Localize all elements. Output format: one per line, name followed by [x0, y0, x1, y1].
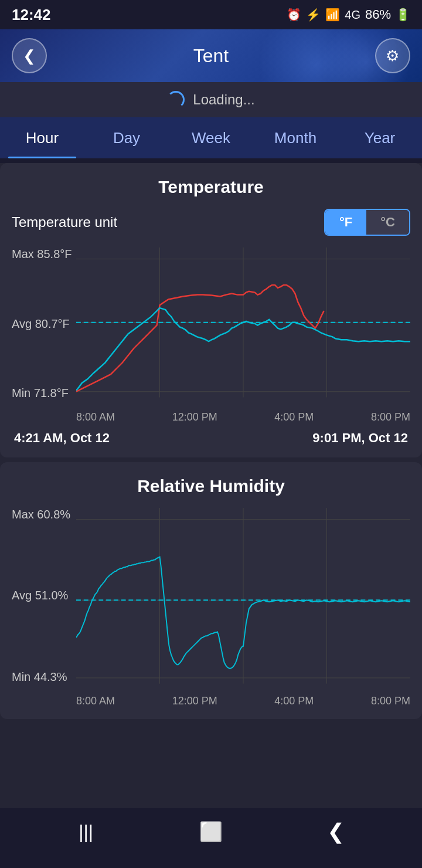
humidity-x-labels: 8:00 AM 12:00 PM 4:00 PM 8:00 PM: [76, 695, 410, 707]
humidity-avg-label: Avg 51.0%: [12, 589, 76, 602]
temperature-svg-wrapper: [76, 247, 410, 409]
nav-back-icon: ❮: [327, 819, 345, 844]
page-title: Tent: [193, 45, 229, 67]
humidity-y-labels: Max 60.8% Avg 51.0% Min 44.3%: [12, 508, 76, 683]
nav-bar: ||| ⬜ ❮: [0, 808, 422, 855]
temperature-chart: Max 85.8°F Avg 80.7°F Min 71.8°F: [12, 247, 410, 423]
nav-home-button[interactable]: ⬜: [193, 814, 229, 849]
humidity-x-label-3: 4:00 PM: [274, 695, 314, 707]
temperature-x-labels: 8:00 AM 12:00 PM 4:00 PM 8:00 PM: [76, 411, 410, 423]
temperature-title: Temperature: [12, 177, 410, 197]
temp-x-label-1: 8:00 AM: [76, 411, 115, 423]
home-icon: ⬜: [199, 820, 223, 843]
humidity-title: Relative Humidity: [12, 476, 410, 496]
humidity-svg: [76, 508, 410, 692]
wifi-icon: 📶: [325, 8, 340, 22]
menu-icon: |||: [79, 821, 93, 843]
tab-year[interactable]: Year: [338, 117, 422, 158]
content-area: Temperature Temperature unit °F °C Max 8…: [0, 163, 422, 808]
temp-unit-toggle[interactable]: °F °C: [324, 209, 410, 236]
humidity-x-label-2: 12:00 PM: [172, 695, 217, 707]
battery-icon: 🔋: [396, 8, 410, 22]
gear-icon: ⚙: [386, 47, 399, 65]
temp-x-label-2: 12:00 PM: [172, 411, 217, 423]
tab-month[interactable]: Month: [253, 117, 338, 158]
nav-back-button[interactable]: ❮: [318, 814, 353, 849]
alarm-icon: ⏰: [287, 8, 301, 22]
fahrenheit-button[interactable]: °F: [325, 210, 366, 235]
status-time: 12:42: [12, 6, 51, 24]
back-button[interactable]: ❮: [12, 38, 47, 73]
temperature-time-range: 4:21 AM, Oct 12 9:01 PM, Oct 12: [12, 430, 410, 446]
humidity-min-label: Min 44.3%: [12, 670, 76, 684]
cellular-icon: 4G: [345, 8, 360, 22]
temp-time-end: 9:01 PM, Oct 12: [312, 430, 408, 446]
back-chevron-icon: ❮: [23, 47, 36, 65]
temp-max-label: Max 85.8°F: [12, 247, 76, 261]
app-header: ❮ Tent ⚙: [0, 29, 422, 82]
loading-bar: Loading...: [0, 82, 422, 117]
temp-x-label-3: 4:00 PM: [274, 411, 314, 423]
temp-x-label-4: 8:00 PM: [371, 411, 410, 423]
temp-min-label: Min 71.8°F: [12, 386, 76, 400]
loading-text: Loading...: [193, 91, 254, 108]
humidity-max-label: Max 60.8%: [12, 508, 76, 521]
humidity-svg-wrapper: [76, 508, 410, 692]
humidity-chart: Max 60.8% Avg 51.0% Min 44.3%: [12, 508, 410, 707]
temperature-y-labels: Max 85.8°F Avg 80.7°F Min 71.8°F: [12, 247, 76, 400]
humidity-x-label-1: 8:00 AM: [76, 695, 115, 707]
temperature-section: Temperature Temperature unit °F °C Max 8…: [0, 163, 422, 457]
status-icons: ⏰ ⚡ 📶 4G 86% 🔋: [287, 7, 410, 22]
tab-bar: Hour Day Week Month Year: [0, 117, 422, 158]
humidity-x-label-4: 8:00 PM: [371, 695, 410, 707]
header-background: ❮ Tent ⚙ Loading...: [0, 29, 422, 117]
temp-time-start: 4:21 AM, Oct 12: [14, 430, 110, 446]
bluetooth-icon: ⚡: [306, 8, 321, 22]
temp-unit-row: Temperature unit °F °C: [12, 209, 410, 236]
temperature-svg: [76, 247, 410, 409]
tab-week[interactable]: Week: [169, 117, 253, 158]
temp-avg-label: Avg 80.7°F: [12, 317, 76, 331]
temp-unit-label: Temperature unit: [12, 214, 117, 230]
status-bar: 12:42 ⏰ ⚡ 📶 4G 86% 🔋: [0, 0, 422, 29]
humidity-section: Relative Humidity Max 60.8% Avg 51.0% Mi…: [0, 462, 422, 718]
tab-day[interactable]: Day: [84, 117, 169, 158]
loading-spinner: [167, 91, 185, 108]
nav-menu-button[interactable]: |||: [69, 814, 104, 849]
settings-button[interactable]: ⚙: [375, 38, 410, 73]
tab-hour[interactable]: Hour: [0, 117, 84, 158]
battery-text: 86%: [365, 7, 391, 22]
celsius-button[interactable]: °C: [366, 210, 409, 235]
